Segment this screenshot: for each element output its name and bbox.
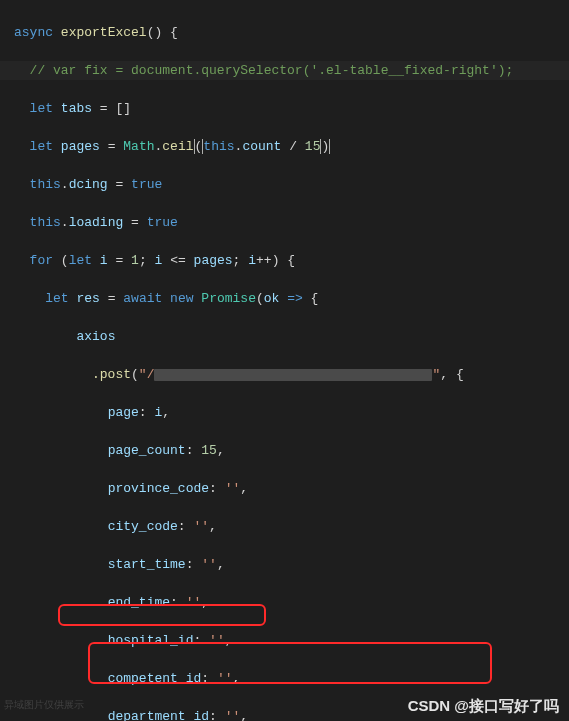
fn-name: exportExcel	[61, 25, 147, 40]
kw-async: async	[14, 25, 53, 40]
small-watermark: 异域图片仅供展示	[4, 696, 84, 715]
redacted-url	[154, 369, 432, 381]
code-editor[interactable]: async exportExcel() { // var fix = docum…	[0, 0, 569, 721]
watermark: CSDN @接口写好了吗	[408, 696, 559, 715]
